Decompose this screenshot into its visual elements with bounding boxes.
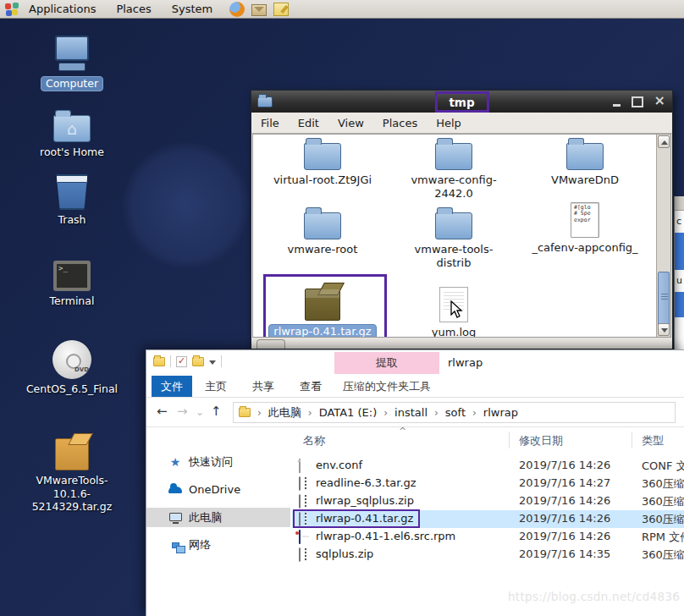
sliver-selected-row [675,292,684,317]
cell-name: sqlplus.zip [316,547,373,560]
crumb-install[interactable]: install [394,406,428,419]
firefox-icon[interactable] [229,2,245,17]
annotation-box-title: tmp [434,91,488,113]
file-item[interactable]: vmware-config-2442.0 [403,136,505,200]
dvd-disc-icon [52,340,91,379]
sliver-text: c [675,211,684,233]
column-name[interactable]: 名称 [303,433,325,448]
wallpaper-glow [123,142,250,269]
desktop-icon-computer[interactable]: Computer [25,36,119,91]
tab-view[interactable]: 查看 [287,376,334,397]
file-row-rlwrap-sqlplus[interactable]: rlwrap_sqlplus.zip 2019/7/16 14:26 360压缩… [292,492,684,510]
sidebar-item-network[interactable]: 网络 [146,535,290,554]
trash-icon [55,174,89,210]
file-name: virtual-root.Zt9JGi [261,173,384,187]
menu-edit[interactable]: Edit [289,117,328,129]
sliver-selected-row [675,233,684,270]
menu-places[interactable]: Places [373,117,427,129]
column-type[interactable]: 类型 [642,433,664,448]
file-item[interactable]: vmware-tools-distrib [403,206,505,269]
scroll-down-icon[interactable] [658,323,670,336]
desktop-icon-label: root's Home [25,146,119,159]
file-row-sqlplus[interactable]: sqlplus.zip 2019/7/16 14:35 360压缩 Z [292,546,684,564]
file-item[interactable]: #[glo # Spe expor _cafenv-appconfig_ [523,202,647,255]
mouse-cursor [450,300,465,319]
evolution-icon[interactable] [251,4,267,16]
history-chevron-icon[interactable] [196,404,204,419]
sidebar-item-onedrive[interactable]: OneDrive [146,480,290,499]
vertical-scrollbar[interactable] [656,135,670,337]
desktop-icon-label: Trash [25,213,119,227]
forward-icon[interactable] [177,404,188,419]
tab-compressed-folder-tools[interactable]: 压缩的文件夹工具 [334,376,439,397]
file-item[interactable]: vmware-root [261,206,384,256]
nautilus-statusbar [252,338,671,349]
folder-icon [566,143,604,170]
window-title: rlwrap [448,356,483,369]
file-item[interactable]: VMwareDnD [523,136,647,187]
nautilus-titlebar[interactable]: tmp [251,91,672,113]
home-folder-icon: ⌂ [53,115,91,142]
desktop: Applications Places System Computer ⌂ ro… [0,0,684,616]
menu-file[interactable]: File [251,117,289,129]
folder-icon [304,143,341,170]
tab-file[interactable]: 文件 [152,376,192,397]
gedit-icon[interactable] [273,3,289,16]
applications-menu-icon[interactable] [5,3,19,16]
tab-share[interactable]: 共享 [240,376,287,397]
sort-asc-icon: ^ [399,426,406,437]
crumb-soft[interactable]: soft [445,406,466,419]
desktop-icon-roots-home[interactable]: ⌂ root's Home [25,108,119,159]
column-divider[interactable] [632,432,632,448]
explorer-titlebar[interactable]: 提取 rlwrap [146,350,684,376]
file-name: vmware-config-2442.0 [403,173,505,200]
sidebar-item-quick-access[interactable]: 快速访问 [146,452,290,471]
tab-home[interactable]: 主页 [192,376,240,397]
menu-view[interactable]: View [328,117,373,129]
window-folder-icon [257,96,273,107]
sliver-header [675,196,684,211]
desktop-icon-centos-dvd[interactable]: CentOS_6.5_Final [25,340,119,396]
file-item[interactable]: virtual-root.Zt9JGi [261,136,384,187]
desktop-icon-trash[interactable]: Trash [25,174,119,227]
chevron-down-icon[interactable] [209,360,216,365]
file-row-readline[interactable]: readline-6.3.tar.gz 2019/7/16 14:27 360压… [292,475,684,492]
nautilus-file-area: virtual-root.Zt9JGi vmware-config-2442.0… [252,134,671,338]
folder-icon[interactable] [153,357,165,366]
properties-check-icon[interactable] [176,356,187,367]
desktop-icon-vmwaretools-archive[interactable]: VMwareTools-10.1.6-5214329.tar.gz [24,438,120,514]
desktop-icon-label: VMwareTools-10.1.6-5214329.tar.gz [24,474,120,514]
menu-system[interactable]: System [162,0,223,19]
cloud-icon [168,487,182,493]
folder-icon [435,143,472,170]
statusbar-tab [256,339,285,349]
breadcrumb[interactable]: 此电脑 DATA1 (E:) install soft rlwrap [233,402,676,423]
column-divider[interactable] [509,432,510,448]
computer-icon [55,36,89,61]
column-date-modified[interactable]: 修改日期 [519,433,563,448]
monitor-icon [169,513,182,521]
sidebar-item-this-pc[interactable]: 此电脑 [146,508,290,527]
crumb-rlwrap[interactable]: rlwrap [483,406,518,419]
desktop-icon-terminal[interactable]: Terminal [25,261,119,308]
text-file-icon: #[glo # Spe expor [571,202,599,238]
list-header: ^ 名称 修改日期 类型 [292,429,684,451]
menu-applications[interactable]: Applications [19,0,106,19]
crumb-drive[interactable]: DATA1 (E:) [319,406,378,419]
cell-date: 2019/7/16 14:26 [519,530,610,542]
menu-places[interactable]: Places [106,0,161,19]
scroll-up-icon[interactable] [658,135,670,148]
up-icon[interactable] [211,404,222,419]
file-row-env-conf[interactable]: env.conf 2019/7/16 14:26 CONF 文件 [292,457,684,475]
scrollbar-handle[interactable] [658,272,670,327]
maximize-icon[interactable] [632,96,643,107]
close-icon[interactable] [654,96,665,107]
minimize-icon[interactable] [613,97,621,107]
crumb-this-pc[interactable]: 此电脑 [268,405,301,421]
file-row-rlwrap-rpm[interactable]: rlwrap-0.41-1.el6.src.rpm 2019/7/16 14:2… [292,528,684,546]
new-folder-icon[interactable] [192,357,204,366]
menu-help[interactable]: Help [427,117,471,129]
zip-file-icon [299,494,301,509]
back-icon[interactable] [157,404,168,419]
sidebar-label: 网络 [189,537,211,553]
